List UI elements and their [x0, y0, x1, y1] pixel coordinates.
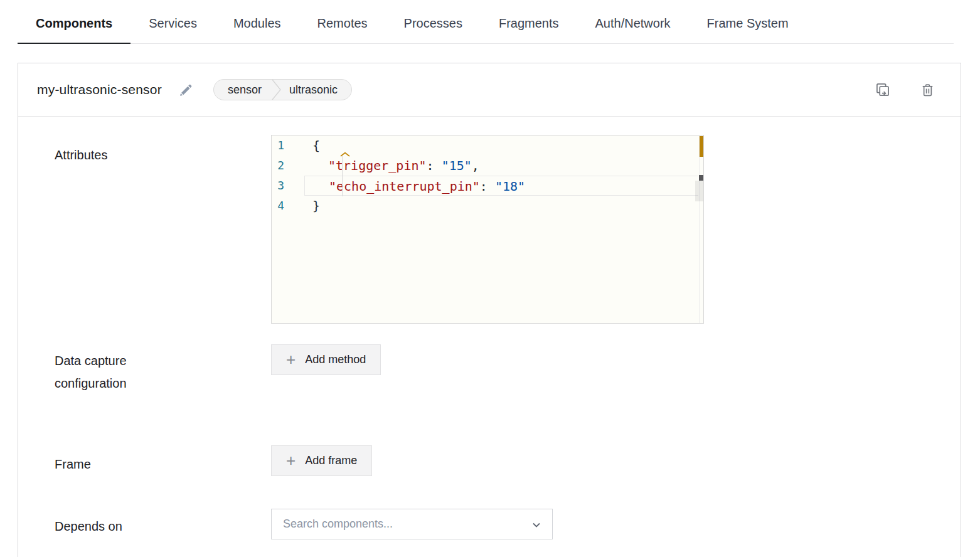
badge-model: ultrasonic — [282, 83, 351, 97]
indent-guide — [342, 156, 343, 196]
add-frame-label: Add frame — [305, 454, 357, 467]
code-token: "trigger_pin" — [328, 158, 427, 173]
data-capture-label-line2: configuration — [55, 372, 271, 395]
data-capture-row: Data capture configuration + Add method — [18, 344, 961, 395]
plus-icon: + — [286, 351, 296, 368]
depends-on-label: Depends on — [55, 509, 271, 539]
tab-fragments[interactable]: Fragments — [481, 0, 577, 43]
badge-divider-chevron-icon — [272, 79, 282, 100]
delete-component-button[interactable] — [920, 82, 935, 98]
frame-row: Frame + Add frame — [18, 445, 961, 476]
component-card-body: Attributes 1{2"trigger_pin": "15",3"echo… — [18, 117, 961, 557]
data-capture-label-line1: Data capture — [55, 349, 271, 372]
editor-scrollbar[interactable] — [695, 181, 703, 201]
trash-icon — [920, 82, 935, 98]
code-text: "echo_interrupt_pin": "18" — [304, 176, 698, 196]
card-actions — [875, 82, 935, 98]
overview-warning-marker — [700, 136, 703, 157]
code-text: } — [312, 196, 698, 216]
code-token: "18" — [495, 179, 525, 194]
tab-frame-system[interactable]: Frame System — [689, 0, 807, 43]
code-token: : — [427, 158, 442, 173]
code-token: : — [480, 179, 495, 194]
add-method-button[interactable]: + Add method — [271, 344, 381, 375]
badge-category: sensor — [214, 83, 272, 97]
tab-auth-network[interactable]: Auth/Network — [577, 0, 689, 43]
overview-ruler — [699, 135, 703, 323]
component-card-header: my-ultrasonic-sensor sensor ultrasonic — [18, 63, 961, 117]
duplicate-icon — [875, 82, 891, 98]
code-line[interactable]: 1{ — [272, 135, 703, 156]
chevron-down-icon — [531, 519, 542, 531]
code-token: , — [472, 158, 479, 173]
plus-icon: + — [286, 452, 296, 469]
code-token: { — [312, 138, 320, 153]
tab-remotes[interactable]: Remotes — [299, 0, 386, 43]
data-capture-label: Data capture configuration — [55, 344, 271, 395]
component-card: my-ultrasonic-sensor sensor ultrasonic — [18, 63, 961, 557]
overview-cursor-marker — [699, 175, 703, 181]
depends-on-row: Depends on Search components... — [18, 509, 961, 539]
line-number: 2 — [272, 156, 312, 176]
tab-components[interactable]: Components — [18, 0, 130, 43]
component-type-badge: sensor ultrasonic — [213, 79, 352, 100]
code-line[interactable]: 2"trigger_pin": "15", — [272, 156, 703, 176]
top-tab-bar: Components Services Modules Remotes Proc… — [18, 0, 954, 44]
code-token: "echo_interrupt_pin" — [329, 179, 480, 194]
tab-processes[interactable]: Processes — [386, 0, 481, 43]
line-number: 1 — [272, 135, 312, 156]
depends-on-select[interactable]: Search components... — [271, 509, 553, 539]
frame-label: Frame — [55, 445, 271, 476]
code-token: } — [312, 198, 320, 213]
add-frame-button[interactable]: + Add frame — [271, 445, 372, 476]
code-line[interactable]: 3"echo_interrupt_pin": "18" — [272, 176, 703, 196]
component-name: my-ultrasonic-sensor — [37, 82, 162, 97]
code-token: "15" — [442, 158, 472, 173]
code-text: "trigger_pin": "15", — [312, 156, 698, 176]
warning-squiggle-icon — [339, 152, 351, 157]
attributes-label: Attributes — [55, 135, 271, 324]
code-line[interactable]: 4} — [272, 196, 703, 216]
add-method-label: Add method — [305, 353, 366, 366]
duplicate-component-button[interactable] — [875, 82, 891, 98]
attributes-json-editor[interactable]: 1{2"trigger_pin": "15",3"echo_interrupt_… — [271, 135, 704, 324]
tab-modules[interactable]: Modules — [215, 0, 299, 43]
depends-on-placeholder: Search components... — [283, 517, 393, 531]
line-number: 4 — [272, 196, 312, 216]
edit-name-button[interactable] — [178, 82, 194, 98]
tab-services[interactable]: Services — [130, 0, 215, 43]
attributes-row: Attributes 1{2"trigger_pin": "15",3"echo… — [18, 135, 961, 324]
pencil-icon — [178, 82, 194, 98]
code-text: { — [312, 135, 698, 156]
code-lines: 1{2"trigger_pin": "15",3"echo_interrupt_… — [272, 135, 703, 216]
